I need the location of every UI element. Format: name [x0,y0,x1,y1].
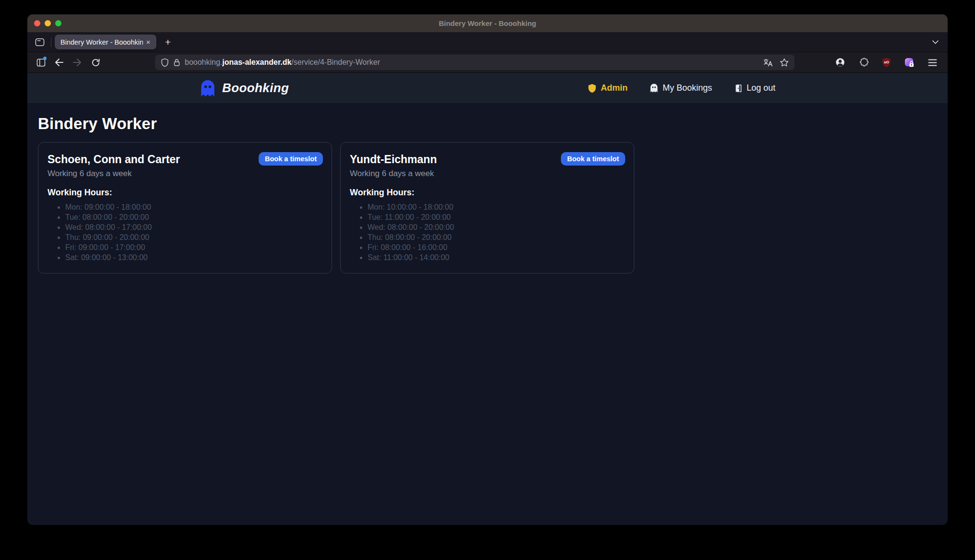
page-title: Bindery Worker [38,115,937,133]
service-name: Yundt-Eichmann [350,152,437,166]
working-hours-item: Sat: 11:00:00 - 14:00:00 [368,252,625,262]
ghost-logo-icon [200,79,216,97]
working-hours-item: Wed: 08:00:00 - 17:00:00 [65,222,323,232]
ublock-origin-icon[interactable]: uO [879,55,894,70]
firefox-view-icon[interactable] [32,35,48,49]
nav-item-my-bookings[interactable]: My Bookings [650,83,712,93]
nav-item-admin[interactable]: Admin [588,83,628,93]
service-name: Schoen, Conn and Carter [48,152,180,166]
working-hours-item: Thu: 08:00:00 - 20:00:00 [368,232,625,242]
titlebar: Bindery Worker - Booohking [27,14,948,32]
service-cards: Schoen, Conn and Carter Book a timeslot … [38,142,937,274]
url-subdomain: booohking. [185,58,222,66]
book-timeslot-button[interactable]: Book a timeslot [259,152,323,166]
nav-item-label: Admin [601,83,628,93]
working-hours-item: Fri: 09:00:00 - 17:00:00 [65,242,323,252]
working-hours-item: Sat: 09:00:00 - 13:00:00 [65,252,323,262]
brand-name: Booohking [222,81,289,95]
lock-icon[interactable] [173,58,180,67]
ghost-icon [650,83,658,93]
working-hours-item: Tue: 11:00:00 - 20:00:00 [368,212,625,222]
working-hours-item: Thu: 09:00:00 - 20:00:00 [65,232,323,242]
account-icon[interactable] [832,55,848,70]
tab-divider [51,37,51,47]
tracking-protection-shield-icon[interactable] [161,58,169,67]
brand-logo[interactable]: Booohking [200,79,289,97]
service-card: Schoen, Conn and Carter Book a timeslot … [38,142,332,274]
notification-dot [43,57,47,60]
url-bar[interactable]: booohking.jonas-alexander.dk/service/4-B… [155,55,795,70]
translate-icon[interactable] [763,58,773,67]
working-hours-label: Working Hours: [48,188,323,198]
list-tabs-chevron-icon[interactable] [927,35,943,49]
site-header: Booohking Admin My Bookings [27,73,948,103]
nav-item-label: My Bookings [663,83,712,93]
nav-item-label: Log out [747,83,775,93]
page-content: Bindery Worker Schoen, Conn and Carter B… [27,103,948,285]
working-hours-item: Fri: 08:00:00 - 16:00:00 [368,242,625,252]
svg-text:uO: uO [884,60,889,64]
url-text: booohking.jonas-alexander.dk/service/4-B… [185,58,380,67]
menu-hamburger-icon[interactable] [925,55,940,70]
reload-icon[interactable] [88,55,103,70]
working-hours-item: Mon: 09:00:00 - 18:00:00 [65,202,323,212]
service-subtitle: Working 6 days a week [48,169,323,179]
tab-title: Bindery Worker - Booohking [60,38,143,46]
sidebar-toggle-icon[interactable] [33,55,48,70]
navigation-toolbar: booohking.jonas-alexander.dk/service/4-B… [27,52,948,73]
password-manager-icon[interactable] [902,55,917,70]
window-title: Bindery Worker - Booohking [27,19,948,27]
working-hours-list: Mon: 09:00:00 - 18:00:00Tue: 08:00:00 - … [48,202,323,262]
working-hours-list: Mon: 10:00:00 - 18:00:00Tue: 11:00:00 - … [350,202,625,262]
working-hours-item: Tue: 08:00:00 - 20:00:00 [65,212,323,222]
browser-window: Bindery Worker - Booohking Bindery Worke… [27,14,948,525]
bookmark-star-icon[interactable] [780,58,789,67]
working-hours-item: Wed: 08:00:00 - 20:00:00 [368,222,625,232]
new-tab-button[interactable]: + [160,35,176,49]
service-card: Yundt-Eichmann Book a timeslot Working 6… [340,142,634,274]
admin-shield-icon [588,83,596,93]
service-subtitle: Working 6 days a week [350,169,625,179]
extensions-puzzle-icon[interactable] [856,55,871,70]
url-path: /service/4-Bindery-Worker [291,58,380,66]
book-timeslot-button[interactable]: Book a timeslot [561,152,625,166]
close-tab-icon[interactable]: × [143,37,154,48]
forward-icon[interactable] [70,55,85,70]
nav-item-log-out[interactable]: Log out [734,83,775,93]
tab-bar: Bindery Worker - Booohking × + [27,32,948,52]
url-domain: jonas-alexander.dk [222,58,291,66]
active-tab[interactable]: Bindery Worker - Booohking × [55,35,156,49]
back-icon[interactable] [51,55,67,70]
main-nav: Admin My Bookings Log [588,83,775,93]
logout-door-icon [734,83,742,93]
working-hours-item: Mon: 10:00:00 - 18:00:00 [368,202,625,212]
working-hours-label: Working Hours: [350,188,625,198]
